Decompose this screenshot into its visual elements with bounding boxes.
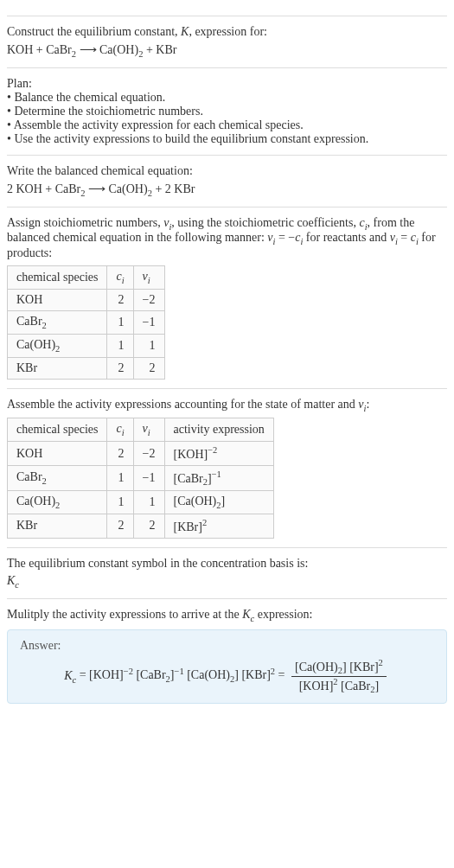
plan-item: • Use the activity expressions to build … — [7, 132, 447, 146]
table-row: KBr 2 2 [KBr]2 — [8, 514, 274, 539]
cell-vi: 1 — [133, 491, 164, 514]
answer-box: Answer: Kc = [KOH]−2 [CaBr2]−1 [Ca(OH)2]… — [7, 629, 447, 704]
table-row: KOH 2 −2 — [8, 289, 165, 310]
cell-activity: [Ca(OH)2] — [164, 491, 273, 514]
cell-vi: −1 — [133, 310, 164, 334]
stoich-table: chemical species ci νi KOH 2 −2 CaBr2 1 … — [7, 265, 165, 379]
cell-species: Ca(OH)2 — [8, 334, 107, 357]
balanced-section: Write the balanced chemical equation: 2 … — [7, 155, 447, 198]
cell-ci: 1 — [107, 491, 133, 514]
fraction-denominator: [KOH]2 [CaBr2] — [291, 677, 387, 694]
intro-equation: KOH + CaBr2 ⟶ Ca(OH)2 + KBr — [7, 42, 447, 59]
cell-species: KBr — [8, 514, 107, 539]
table-row: KOH 2 −2 [KOH]−2 — [8, 442, 274, 466]
balanced-equation: 2 KOH + CaBr2 ⟶ Ca(OH)2 + 2 KBr — [7, 182, 447, 198]
cell-ci: 2 — [107, 442, 133, 466]
table-header-row: chemical species ci νi activity expressi… — [8, 418, 274, 442]
cell-species: KOH — [8, 289, 107, 310]
col-ci: ci — [107, 418, 133, 442]
activity-heading-b: : — [366, 398, 369, 411]
cell-ci: 1 — [107, 310, 133, 334]
table-row: CaBr2 1 −1 — [8, 310, 165, 334]
stoich-text: Assign stoichiometric numbers, νi, using… — [7, 216, 447, 261]
cell-activity: [CaBr2]−1 — [164, 465, 273, 490]
cell-vi: −1 — [133, 465, 164, 490]
symbol-heading: The equilibrium constant symbol in the c… — [7, 557, 447, 571]
multiply-heading: Mulitply the activity expressions to arr… — [7, 608, 447, 623]
answer-fraction: [Ca(OH)2] [KBr]2 [KOH]2 [CaBr2] — [291, 658, 387, 694]
cell-ci: 1 — [107, 465, 133, 490]
fraction-numerator: [Ca(OH)2] [KBr]2 — [291, 658, 387, 676]
activity-heading: Assemble the activity expressions accoun… — [7, 398, 447, 413]
table-header-row: chemical species ci νi — [8, 266, 165, 290]
col-vi: νi — [133, 266, 164, 290]
intro-section: Construct the equilibrium constant, K, e… — [7, 16, 447, 59]
cell-vi: −2 — [133, 442, 164, 466]
cell-ci: 2 — [107, 514, 133, 539]
cell-species: Ca(OH)2 — [8, 491, 107, 514]
plan-heading: Plan: — [7, 77, 447, 91]
kc-symbol: Kc — [7, 574, 447, 590]
activity-heading-a: Assemble the activity expressions accoun… — [7, 398, 358, 411]
table-row: KBr 2 2 — [8, 357, 165, 379]
col-vi: νi — [133, 418, 164, 442]
cell-ci: 1 — [107, 334, 133, 357]
table-row: Ca(OH)2 1 1 [Ca(OH)2] — [8, 491, 274, 514]
plan-item: • Determine the stoichiometric numbers. — [7, 105, 447, 118]
multiply-section: Mulitply the activity expressions to arr… — [7, 598, 447, 705]
activity-table: chemical species ci νi activity expressi… — [7, 418, 274, 538]
col-ci: ci — [107, 266, 133, 290]
stoich-section: Assign stoichiometric numbers, νi, using… — [7, 207, 447, 380]
activity-section: Assemble the activity expressions accoun… — [7, 388, 447, 539]
stoich-text-part: , using the stoichiometric coefficients, — [171, 216, 359, 229]
answer-expression: Kc = [KOH]−2 [CaBr2]−1 [Ca(OH)2] [KBr]2 … — [20, 658, 434, 694]
intro-line1: Construct the equilibrium constant, K, e… — [7, 25, 447, 39]
stoich-text-part: Assign stoichiometric numbers, — [7, 216, 163, 229]
col-activity: activity expression — [164, 418, 273, 442]
cell-vi: −2 — [133, 289, 164, 310]
cell-species: KOH — [8, 442, 107, 466]
cell-vi: 2 — [133, 357, 164, 379]
cell-activity: [KOH]−2 — [164, 442, 273, 466]
symbol-section: The equilibrium constant symbol in the c… — [7, 547, 447, 590]
table-row: CaBr2 1 −1 [CaBr2]−1 — [8, 465, 274, 490]
cell-species: KBr — [8, 357, 107, 379]
cell-vi: 1 — [133, 334, 164, 357]
plan-section: Plan: • Balance the chemical equation. •… — [7, 67, 447, 146]
cell-ci: 2 — [107, 289, 133, 310]
cell-activity: [KBr]2 — [164, 514, 273, 539]
cell-vi: 2 — [133, 514, 164, 539]
multiply-heading-a: Mulitply the activity expressions to arr… — [7, 608, 242, 621]
table-row: Ca(OH)2 1 1 — [8, 334, 165, 357]
plan-item: • Assemble the activity expression for e… — [7, 118, 447, 132]
col-species: chemical species — [8, 266, 107, 290]
multiply-heading-b: expression: — [254, 608, 312, 621]
answer-label: Answer: — [20, 639, 434, 653]
plan-item: • Balance the chemical equation. — [7, 91, 447, 105]
cell-species: CaBr2 — [8, 310, 107, 334]
cell-ci: 2 — [107, 357, 133, 379]
stoich-text-part: for reactants and — [303, 231, 389, 244]
col-species: chemical species — [8, 418, 107, 442]
cell-species: CaBr2 — [8, 465, 107, 490]
balanced-heading: Write the balanced chemical equation: — [7, 164, 447, 178]
